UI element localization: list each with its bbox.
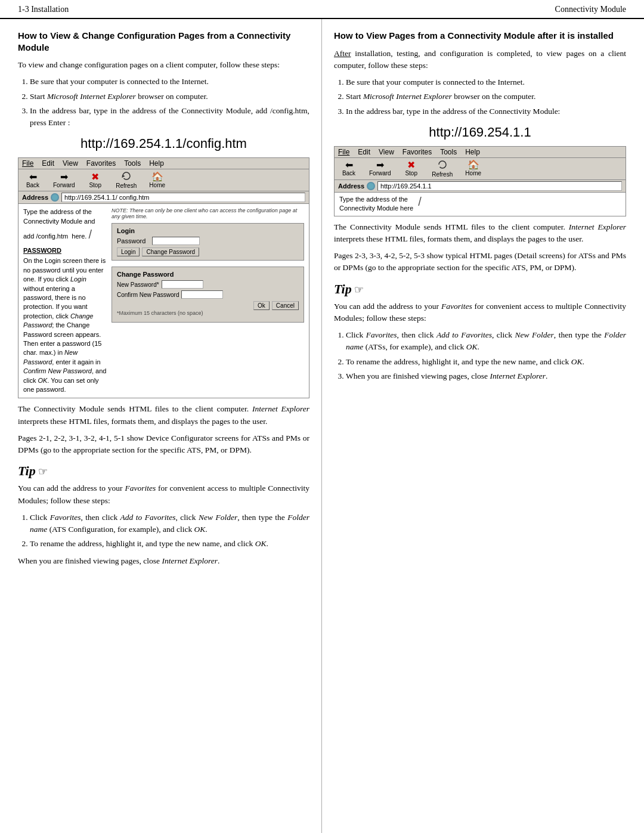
confirm-password-label: Confirm New Password: [117, 292, 179, 298]
content-area: How to View & Change Configuration Pages…: [0, 19, 644, 833]
left-url-display: http://169.254.1.1/config.htm: [18, 136, 309, 151]
right-tip-para: You can add the address to your Favorite…: [334, 301, 626, 325]
browser-mockup-right: File Edit View Favorites Tools Help ⬅ Ba…: [334, 146, 626, 216]
change-password-box: Change Password New Password* Confirm Ne…: [112, 267, 304, 323]
r-address-label: Address: [338, 182, 364, 190]
menu-view[interactable]: View: [63, 159, 78, 168]
confirm-password-input[interactable]: [181, 290, 223, 299]
browser-password-section: PASSWORD On the Login screen there is no…: [23, 246, 107, 394]
right-tip-step-1: Click Favorites, then click Add to Favor…: [346, 329, 626, 354]
menu-edit[interactable]: Edit: [42, 159, 54, 168]
browser-annotation-text: Type the address of the Connectivity Mod…: [23, 208, 107, 243]
r-forward-icon: ➡: [376, 160, 384, 170]
change-password-button[interactable]: Change Password: [142, 247, 199, 256]
new-password-input[interactable]: [162, 280, 203, 289]
r-back-icon: ⬅: [345, 160, 353, 170]
r-refresh-button[interactable]: Refresh: [432, 160, 453, 178]
header-left: 1-3 Installation: [18, 5, 69, 14]
left-tip-row: Tip ☞: [18, 463, 309, 479]
r-menu-help[interactable]: Help: [465, 148, 480, 156]
r-home-button[interactable]: 🏠 Home: [463, 160, 484, 176]
slash-annotation: /: [88, 226, 92, 243]
left-tip-step-1: Click Favorites, then click Add to Favor…: [30, 512, 309, 536]
r-stop-button[interactable]: ✖ Stop: [401, 160, 422, 176]
left-tip-para: You can add the address to your Favorite…: [18, 482, 309, 507]
left-last-para: When you are finished viewing pages, clo…: [18, 555, 309, 567]
login-box: Login Password Login Change Password: [112, 223, 304, 261]
after-underline: After: [334, 49, 351, 58]
right-heading: How to View Pages from a Connectivity Mo…: [334, 30, 626, 42]
browser-address-right: Address http://169.254.1.1: [335, 180, 626, 193]
home-icon: 🏠: [151, 172, 163, 182]
r-menu-file[interactable]: File: [338, 148, 349, 156]
right-url-display: http://169.254.1.1: [334, 125, 626, 140]
header-right: Connectivity Module: [555, 5, 626, 14]
login-buttons: Login Change Password: [117, 247, 299, 256]
right-tip-steps: Click Favorites, then click Add to Favor…: [346, 329, 626, 382]
forward-icon: ➡: [60, 172, 68, 182]
browser-menubar-right: File Edit View Favorites Tools Help: [335, 147, 626, 158]
menu-favorites[interactable]: Favorites: [86, 159, 116, 168]
globe-icon: [51, 193, 59, 202]
r-forward-button[interactable]: ➡ Forward: [369, 160, 391, 176]
browser-body-left: Type the address of the Connectivity Mod…: [18, 204, 309, 398]
right-tip-step-3: When you are finished viewing pages, clo…: [346, 370, 626, 382]
right-tip-heading: Tip: [334, 281, 352, 297]
back-button[interactable]: ⬅ Back: [22, 172, 44, 188]
r-globe-icon: [367, 182, 375, 190]
address-input[interactable]: http://169.254.1.1/ config.htm: [61, 193, 305, 202]
refresh-icon: [122, 171, 131, 182]
left-tip-steps: Click Favorites, then click Add to Favor…: [30, 512, 309, 550]
refresh-button[interactable]: Refresh: [116, 171, 137, 189]
right-step-1: Be sure that your computer is connected …: [346, 76, 626, 88]
right-tip-row: Tip ☞: [334, 281, 626, 297]
left-step-2: Start Microsoft Internet Explorer browse…: [30, 91, 309, 103]
browser-annotation-area: Type the address of the Connectivity Mod…: [23, 208, 107, 394]
login-password-input[interactable]: [152, 237, 200, 245]
browser-toolbar-right: ⬅ Back ➡ Forward ✖ Stop: [335, 158, 626, 180]
r-address-input[interactable]: http://169.254.1.1: [377, 181, 622, 191]
page: 1-3 Installation Connectivity Module How…: [0, 0, 644, 833]
left-para2: Pages 2-1, 2-2, 3-1, 3-2, 4-1, 5-1 show …: [18, 432, 309, 457]
password-heading: PASSWORD: [23, 246, 107, 255]
r-refresh-icon: [438, 160, 447, 171]
browser-body-inner-right: Type the address of theConnectivity Modu…: [339, 195, 621, 213]
browser-note: NOTE: There can only be one client who c…: [112, 208, 304, 219]
new-password-label: New Password*: [117, 281, 159, 288]
stop-button[interactable]: ✖ Stop: [85, 172, 106, 188]
left-para1: The Connectivity Module sends HTML files…: [18, 403, 309, 428]
browser-menubar-left: File Edit View Favorites Tools Help: [18, 158, 309, 169]
right-column: How to View Pages from a Connectivity Mo…: [322, 19, 644, 833]
login-button[interactable]: Login: [117, 247, 140, 256]
left-intro: To view and change configuration pages o…: [18, 59, 309, 71]
r-menu-favorites[interactable]: Favorites: [402, 148, 432, 156]
ok-button[interactable]: Ok: [253, 301, 270, 310]
menu-file[interactable]: File: [22, 159, 33, 168]
browser-mockup-left: File Edit View Favorites Tools Help ⬅ Ba…: [18, 157, 309, 398]
stop-icon: ✖: [91, 172, 99, 182]
change-password-title: Change Password: [117, 271, 299, 278]
r-home-icon: 🏠: [467, 160, 479, 170]
r-back-button[interactable]: ⬅ Back: [338, 160, 360, 176]
new-password-field: New Password*: [117, 280, 299, 289]
back-icon: ⬅: [29, 172, 37, 182]
cancel-button[interactable]: Cancel: [272, 301, 299, 310]
right-tip-step-2: To rename the address, highlight it, and…: [346, 356, 626, 368]
menu-tools[interactable]: Tools: [124, 159, 141, 168]
browser-toolbar-left: ⬅ Back ➡ Forward ✖ Stop: [18, 169, 309, 191]
menu-help[interactable]: Help: [149, 159, 164, 168]
home-button[interactable]: 🏠 Home: [147, 172, 168, 188]
forward-button[interactable]: ➡ Forward: [53, 172, 75, 188]
login-title: Login: [117, 227, 299, 234]
r-stop-icon: ✖: [407, 160, 415, 170]
right-tip-icon: ☞: [354, 283, 364, 296]
left-tip-step-2: To rename the address, highlight it, and…: [30, 538, 309, 550]
r-menu-edit[interactable]: Edit: [358, 148, 370, 156]
browser-address-left: Address http://169.254.1.1/ config.htm: [18, 191, 309, 204]
browser-inner: Type the address of the Connectivity Mod…: [23, 208, 304, 394]
left-column: How to View & Change Configuration Pages…: [0, 19, 322, 833]
password-text-body: On the Login screen there is no password…: [23, 256, 107, 394]
r-menu-view[interactable]: View: [379, 148, 394, 156]
left-heading: How to View & Change Configuration Pages…: [18, 30, 309, 53]
r-menu-tools[interactable]: Tools: [440, 148, 457, 156]
